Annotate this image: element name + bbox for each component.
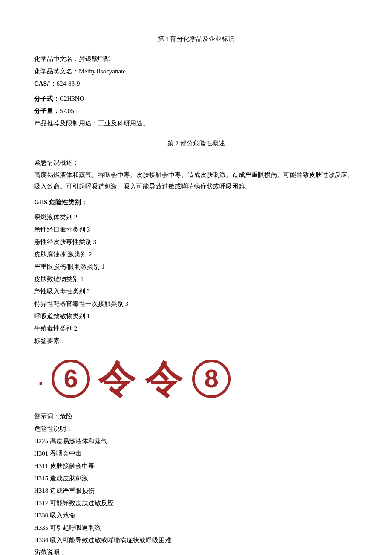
ghs-class-item: 急性吸入毒性类别 2 xyxy=(34,286,358,297)
label-elements: 标签要素： xyxy=(34,335,358,347)
ghs-class-item: 严重眼损伤/眼刺激类别 1 xyxy=(34,261,358,273)
chinese-name-label: 化学品中文名： xyxy=(34,55,79,62)
precaution-label: 防范说明： xyxy=(34,547,358,555)
hazard-statement-item: H330 吸入致命 xyxy=(34,510,358,521)
english-name-value: Methy1isocyanate xyxy=(79,68,126,75)
formula-value: C2H3NO xyxy=(60,95,84,102)
signal-word-row: 警示词：危险 xyxy=(34,411,358,422)
formula-label: 分子式： xyxy=(34,95,60,102)
pictogram-6-icon: 6 xyxy=(52,360,90,398)
english-name-label: 化学品英文名： xyxy=(34,68,79,75)
hazard-statement-item: H301 吞咽会中毒 xyxy=(34,448,358,459)
pictogram-8-icon: 8 xyxy=(192,360,231,398)
ghs-class-item: 生殖毒性类别 2 xyxy=(34,323,358,334)
cas-label: CAS#： xyxy=(34,80,57,87)
ghs-class-item: 急性经口毒性类别 3 xyxy=(34,224,358,235)
section-1-title: 第 1 部分化学品及企业标识 xyxy=(34,33,358,45)
use-label: 产品推荐及限制用途： xyxy=(34,120,98,127)
mw-value: 57.05 xyxy=(60,108,74,114)
hazard-statement-item: H318 造成严重眼损伤 xyxy=(34,485,358,497)
emergency-text: 高度易燃液体和蒸气。吞咽会中毒。皮肤接触会中毒。造成皮肤刺激。造成严重眼损伤。可… xyxy=(34,169,358,192)
hazard-statement-label: 危险性说明： xyxy=(34,423,358,435)
ghs-class-item: 皮肤致敏物类别 1 xyxy=(34,273,358,285)
ghs-class-item: 特异性靶器官毒性一次接触类别 3 xyxy=(34,298,358,310)
pictogram-ling-1-icon: 令 xyxy=(98,360,137,398)
ghs-class-item: 易燃液体类别 2 xyxy=(34,212,358,223)
hazard-statement-item: H225 高度易燃液体和蒸气 xyxy=(34,436,358,447)
ghs-class-item: 皮肤腐蚀/刺激类别 2 xyxy=(34,249,358,260)
pictogram-ling-2-icon: 令 xyxy=(145,360,184,398)
ghs-class-item: 急性经皮肤毒性类别 3 xyxy=(34,236,358,248)
use-value: 工业及科研用途。 xyxy=(98,120,149,127)
ghs-label: GHS 危险性类别： xyxy=(34,197,358,208)
chinese-name-value: 异银酸甲酯 xyxy=(79,55,111,62)
ghs-class-list: 易燃液体类别 2 急性经口毒性类别 3 急性经皮肤毒性类别 3 皮肤腐蚀/刺激类… xyxy=(34,212,358,334)
field-english-name: 化学品英文名：Methy1isocyanate xyxy=(34,66,358,77)
emergency-label: 紧急情况概述： xyxy=(34,157,358,169)
field-cas: CAS#：624-83-9 xyxy=(34,78,358,90)
field-mw: 分子量：57.05 xyxy=(34,105,358,117)
hazard-statement-item: H317 可能导致皮肤过敏反应 xyxy=(34,497,358,509)
pictogram-row: . 6 令 令 8 xyxy=(34,360,358,398)
hazard-statement-item: H335 可引起呼吸道刺激 xyxy=(34,522,358,534)
field-formula: 分子式：C2H3NO xyxy=(34,93,358,105)
hazard-statement-item: H334 吸入可能导致过敏或哮喘病症状或呼吸困难 xyxy=(34,535,358,546)
ghs-class-item: 呼吸道致敏物类别 1 xyxy=(34,311,358,322)
signal-label: 警示词： xyxy=(34,413,60,420)
signal-value: 危险 xyxy=(60,413,72,420)
pictogram-dot-icon: . xyxy=(38,370,43,387)
hazard-statement-item: H311 皮肤接触会中毒 xyxy=(34,460,358,472)
field-use: 产品推荐及限制用途：工业及科研用途。 xyxy=(34,118,358,129)
cas-value: 624-83-9 xyxy=(57,80,80,87)
field-chinese-name: 化学品中文名：异银酸甲酯 xyxy=(34,53,358,65)
hazard-statement-item: H315 造成皮肤刺激 xyxy=(34,473,358,484)
hazard-statement-list: H225 高度易燃液体和蒸气 H301 吞咽会中毒 H311 皮肤接触会中毒 H… xyxy=(34,436,358,546)
mw-label: 分子量： xyxy=(34,108,60,114)
section-2-title: 第 2 部分危险性概述 xyxy=(34,138,358,149)
